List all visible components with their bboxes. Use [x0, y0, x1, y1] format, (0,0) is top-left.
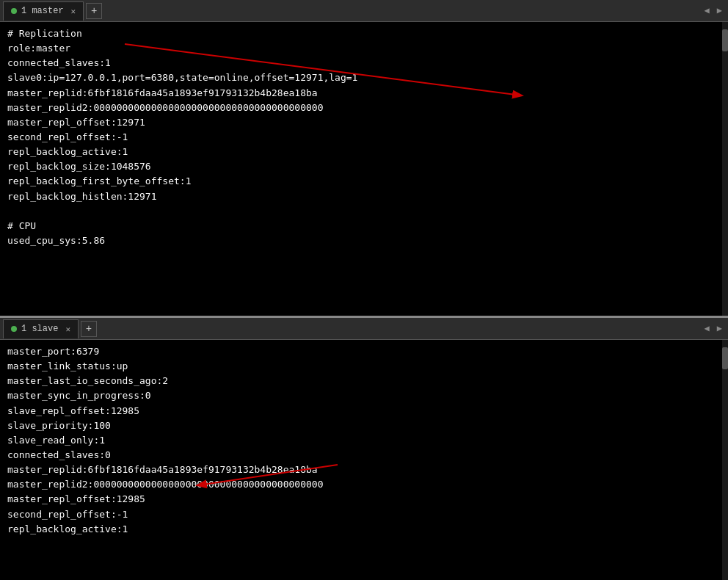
top-tab-add[interactable]: + [86, 3, 102, 19]
bottom-scrollbar-thumb[interactable] [722, 347, 728, 369]
bottom-tab-label: 1 slave [21, 324, 58, 334]
bottom-text: master_port:6379 master_link_status:up m… [7, 344, 721, 537]
bottom-nav-left[interactable]: ◀ [702, 322, 713, 336]
bottom-tab-add[interactable]: + [81, 321, 97, 337]
top-tab-close[interactable]: ✕ [71, 7, 76, 16]
top-text: # Replication role:master connected_slav… [7, 26, 721, 248]
tab-dot [11, 8, 17, 14]
bottom-nav-right[interactable]: ▶ [714, 322, 725, 336]
bottom-content: master_port:6379 master_link_status:up m… [0, 340, 728, 580]
bottom-tab-bar: 1 slave ✕ + ◀ ▶ [0, 318, 728, 340]
bottom-tab-close[interactable]: ✕ [65, 325, 70, 334]
top-tab-bar: 1 master ✕ + ◀ ▶ [0, 0, 728, 22]
top-nav-arrows: ◀ ▶ [702, 4, 725, 18]
bottom-scrollbar[interactable] [722, 340, 728, 580]
top-nav-right[interactable]: ▶ [714, 4, 725, 18]
top-content: # Replication role:master connected_slav… [0, 22, 728, 316]
top-scrollbar[interactable] [722, 22, 728, 316]
top-tab-label: 1 master [21, 6, 64, 16]
top-nav-left[interactable]: ◀ [702, 4, 713, 18]
bottom-tab-dot [11, 326, 17, 332]
top-pane: 1 master ✕ + ◀ ▶ # Replication role:mast… [0, 0, 728, 316]
top-scrollbar-thumb[interactable] [722, 29, 728, 51]
bottom-nav-arrows: ◀ ▶ [702, 322, 725, 336]
top-tab[interactable]: 1 master ✕ [3, 1, 84, 21]
bottom-pane: 1 slave ✕ + ◀ ▶ master_port:6379 master_… [0, 316, 728, 580]
bottom-tab[interactable]: 1 slave ✕ [3, 319, 79, 338]
